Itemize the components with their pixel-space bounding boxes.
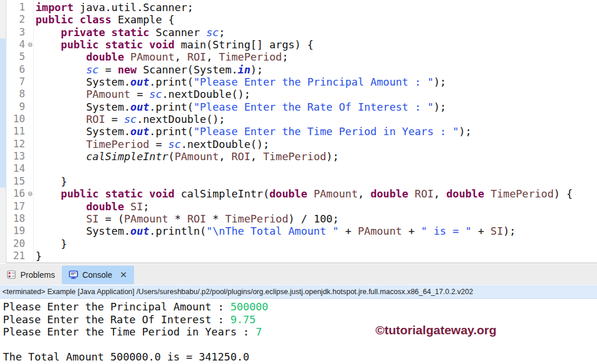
token-kw: public static void [61,188,174,200]
token-str: "Please Enter the Rate Of Interest : " [194,101,434,113]
console-status-line: <terminated> Example [Java Application] … [0,285,597,299]
token-sff: in [238,63,251,76]
token-var: PAmount [124,213,168,225]
fold-collapse-icon[interactable]: ⊖ [25,188,36,200]
fold-spacer [25,162,36,175]
token-kw: double [86,51,124,63]
fold-spacer [25,63,36,76]
token-pl: = [99,63,118,76]
token-pl: ); [503,225,516,237]
token-sff: out [131,101,150,113]
line-number: 6 [6,63,25,76]
token-sff: out [131,225,150,237]
code-line: 10 ROI = sc.nextDouble(); [6,113,597,125]
token-pl: , [206,51,219,63]
token-pl: System. [36,125,131,137]
token-pl: ; [219,26,225,38]
fold-spacer [25,150,36,162]
token-pl: } [36,175,67,188]
token-pl: , [251,150,264,162]
token-pl: .println( [149,225,206,237]
token-pl [36,200,86,213]
token-pl [36,51,86,63]
token-var: PAmount [86,88,131,100]
code-line: 13 calSimpleIntr(PAmount, ROI, TimePerio… [6,150,597,162]
code-line: 3 private static Scanner sc; [6,26,597,38]
token-var: TimePeriod [86,138,149,150]
token-kw: double [370,188,408,200]
token-pl: Scanner [149,26,206,38]
code-editor[interactable]: 1import java.util.Scanner;2public class … [0,0,597,263]
line-number: 7 [6,76,25,88]
token-pl: ( [168,150,175,162]
token-pl: java.util.Scanner; [73,1,194,13]
token-var: TimePeriod [225,213,288,225]
code-line: 17 double SI; [6,200,597,213]
code-lines[interactable]: 1import java.util.Scanner;2public class … [6,1,597,262]
code-line: 8 PAmount = sc.nextDouble(); [6,88,597,100]
token-pl: + [402,225,422,237]
token-var: PAmount [131,51,175,63]
code-text: private static Scanner sc; [36,26,225,38]
code-text: SI = (PAmount * ROI * TimePeriod) / 100; [36,213,339,225]
token-pl: Please Enter the Principal Amount : [3,301,230,313]
code-text: public class Example { [36,13,174,26]
code-line: 12 TimePeriod = sc.nextDouble(); [6,138,597,150]
token-sff: out [131,76,150,88]
token-pl [36,26,61,38]
code-text: PAmount = sc.nextDouble(); [36,88,250,100]
line-number: 1 [6,1,25,13]
token-pl: System. [36,76,131,88]
code-line: 9 System.out.print("Please Enter the Rat… [6,101,597,113]
code-text: } [36,175,67,188]
close-icon[interactable]: ✕ [120,270,128,280]
line-number: 9 [6,101,25,113]
token-pl [36,213,86,225]
code-text: } [36,238,67,250]
token-pl: ); [434,101,447,113]
console-output[interactable]: Please Enter the Principal Amount : 5000… [0,299,597,364]
token-pl: ) / 100; [289,213,339,225]
code-text: TimePeriod = sc.nextDouble(); [36,138,269,150]
line-number: 16 [6,188,25,200]
console-line [3,338,597,351]
code-text: public static void main(String[] args) { [36,38,314,51]
fold-spacer [25,250,36,262]
token-pl [484,188,491,200]
code-line: 18 SI = (PAmount * ROI * TimePeriod) / 1… [6,213,597,225]
token-pl: * [168,213,188,225]
token-var: ROI [415,188,434,200]
token-in: 7 [255,326,262,338]
token-sf: sc [124,113,137,125]
token-pl: ); [434,76,447,88]
fold-spacer [25,200,36,213]
code-text: double SI; [36,200,149,213]
token-pl: * [206,213,226,225]
token-pl: .nextDouble(); [162,88,251,100]
fold-spacer [25,51,36,63]
token-str: "Please Enter the Principal Amount : " [194,76,434,88]
fold-collapse-icon[interactable]: ⊖ [25,38,36,51]
token-pl: = [131,88,150,100]
bottom-view-tabbar: Problems Console ✕ [0,264,597,285]
line-number: 18 [6,213,25,225]
token-var: PAmount [174,150,219,162]
token-pl: Scanner(System. [136,63,237,76]
console-line: Please Enter the Time Period in Years : … [3,326,597,338]
token-kw: public class [36,13,111,26]
watermark-text: ©tutorialgateway.org [375,323,504,337]
line-number: 2 [6,13,25,26]
tab-console[interactable]: Console ✕ [62,266,134,284]
code-text: System.out.println("\nThe Total Amount "… [36,225,516,237]
range-indicator-strip [0,0,6,263]
token-pl: + [339,225,358,237]
tab-problems[interactable]: Problems [0,266,62,284]
line-number: 12 [6,138,25,150]
token-pl: .print( [149,125,194,137]
fold-spacer [25,76,36,88]
token-sf: sc [168,138,181,150]
fold-spacer [25,1,36,13]
token-var: PAmount [314,188,358,200]
token-in: 500000 [230,301,268,313]
token-sf: sc [86,63,99,76]
